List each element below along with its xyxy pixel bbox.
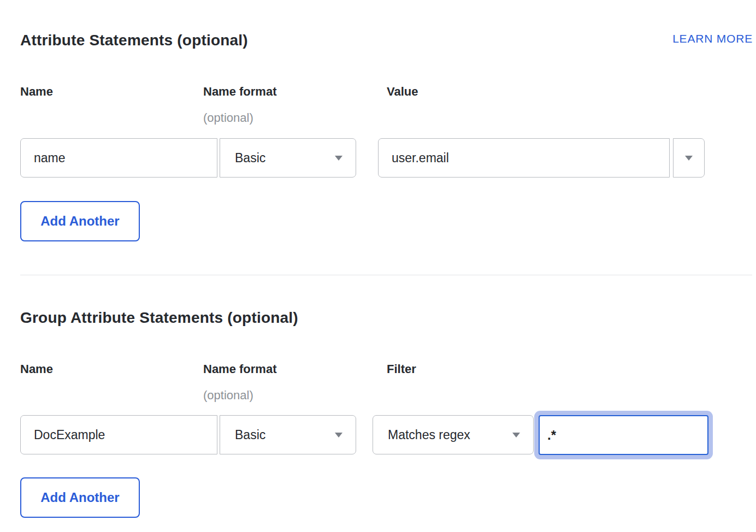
attribute-name-input[interactable]: [20, 138, 217, 178]
group-name-format-select[interactable]: Basic: [220, 415, 356, 454]
learn-more-link[interactable]: LEARN MORE: [672, 32, 753, 45]
attribute-name-format-select[interactable]: Basic: [220, 138, 356, 178]
group-name-input[interactable]: [20, 415, 217, 454]
chevron-down-icon: [685, 156, 693, 161]
group-name-column-label: Name: [20, 362, 53, 376]
attribute-name-format-value: Basic: [235, 151, 265, 165]
attribute-statements-title: Attribute Statements (optional): [20, 32, 248, 49]
chevron-down-icon: [335, 156, 342, 161]
attribute-value-input[interactable]: [378, 138, 670, 178]
attribute-value-dropdown-button[interactable]: [673, 138, 705, 178]
group-name-format-value: Basic: [235, 428, 265, 442]
group-filter-type-value: Matches regex: [388, 428, 470, 442]
group-filter-type-select[interactable]: Matches regex: [373, 415, 534, 454]
name-format-optional-note: (optional): [203, 111, 253, 125]
group-filter-value-focus-ring: [534, 411, 713, 459]
filter-column-label: Filter: [387, 362, 416, 376]
value-column-label: Value: [387, 85, 418, 99]
group-add-another-button[interactable]: Add Another: [20, 477, 140, 518]
chevron-down-icon: [512, 433, 520, 438]
group-attribute-statements-title: Group Attribute Statements (optional): [20, 309, 298, 327]
group-name-format-optional-note: (optional): [203, 388, 253, 403]
section-divider: [20, 275, 752, 275]
add-another-button[interactable]: Add Another: [20, 201, 140, 241]
chevron-down-icon: [335, 433, 342, 438]
saml-settings-page: { "colors": { "accent_blue": "#2a5cd8", …: [0, 0, 756, 532]
name-format-column-label: Name format: [203, 85, 276, 99]
group-name-format-column-label: Name format: [203, 362, 276, 376]
group-filter-value-input[interactable]: [539, 415, 708, 455]
name-column-label: Name: [20, 85, 53, 99]
